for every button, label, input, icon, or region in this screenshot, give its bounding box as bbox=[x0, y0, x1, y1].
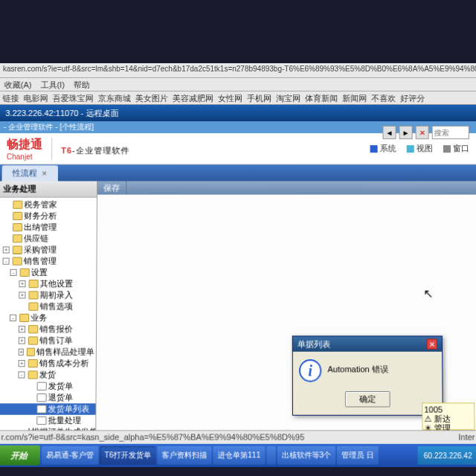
menu-help[interactable]: 帮助 bbox=[74, 80, 90, 89]
taskbar-task[interactable]: 出核软件等3个 bbox=[277, 446, 335, 465]
nav-back-icon[interactable]: ◄ bbox=[382, 126, 396, 139]
notification-popup[interactable]: 1005 ⚠ 新达 ☀ 管理 bbox=[422, 402, 475, 430]
bookmark-item[interactable]: 女性网 bbox=[218, 93, 242, 103]
header-system[interactable]: 系统 bbox=[370, 143, 396, 154]
folder-icon bbox=[28, 336, 38, 344]
taskbar-task[interactable]: 进仓单第111 bbox=[213, 446, 265, 465]
bookmark-item[interactable]: 手机网 bbox=[247, 93, 271, 103]
dialog-message: Automation 错误 bbox=[327, 359, 388, 375]
tree-label: 供应链 bbox=[24, 233, 48, 244]
folder-icon bbox=[36, 405, 46, 413]
bookmark-item[interactable]: 好评分 bbox=[400, 93, 425, 103]
tree-item[interactable]: 退货单 bbox=[0, 392, 96, 403]
folder-icon bbox=[36, 393, 46, 402]
tab-flow[interactable]: 性流程✕ bbox=[2, 165, 58, 181]
tree-label: 批量处理 bbox=[48, 415, 81, 426]
tree-item[interactable]: -设置 bbox=[0, 267, 96, 278]
taskbar-task[interactable]: T6打开发货单 bbox=[100, 446, 155, 465]
expand-icon[interactable]: + bbox=[19, 280, 25, 287]
taskbar: 开始 易易通-客户管T6打开发货单客户资料扫描进仓单第111出核软件等3个管理员… bbox=[0, 444, 476, 467]
sidebar: 业务处理 税务管家财务分析出纳管理供应链+采购管理-销售管理-设置+其他设置+期… bbox=[0, 181, 97, 446]
folder-icon bbox=[13, 257, 22, 266]
tree-item[interactable]: 批量处理 bbox=[0, 415, 95, 426]
folder-icon bbox=[37, 382, 47, 390]
bookmark-item[interactable]: 不喜欢 bbox=[371, 93, 396, 103]
tree-item[interactable]: 发货单 bbox=[0, 381, 96, 392]
tree-label: 销售订单 bbox=[39, 335, 73, 346]
status-right: Inter bbox=[458, 432, 475, 442]
dialog-title: 单据列表 bbox=[298, 338, 331, 350]
nav-fwd-icon[interactable]: ► bbox=[399, 126, 413, 139]
folder-icon bbox=[13, 212, 22, 220]
expand-icon[interactable]: + bbox=[19, 326, 25, 332]
search-input[interactable] bbox=[432, 126, 469, 139]
bookmark-item[interactable]: 体育新闻 bbox=[305, 93, 338, 103]
tree-item[interactable]: 供应链 bbox=[0, 233, 97, 244]
expand-icon[interactable]: + bbox=[19, 360, 25, 367]
tree-label: 发货 bbox=[39, 369, 56, 380]
header-view[interactable]: 视图 bbox=[407, 143, 433, 154]
taskbar-task[interactable]: 客户资料扫描 bbox=[157, 446, 211, 465]
start-button[interactable]: 开始 bbox=[0, 446, 40, 466]
nav-tree: 税务管家财务分析出纳管理供应链+采购管理-销售管理-设置+其他设置+期初录入销售… bbox=[0, 198, 97, 446]
bookmark-item[interactable]: 京东商城 bbox=[98, 93, 131, 103]
bookmark-item[interactable]: 美女图片 bbox=[135, 93, 168, 103]
expand-icon[interactable]: + bbox=[19, 349, 25, 356]
tree-label: 退货单 bbox=[48, 392, 74, 403]
bookmark-item[interactable]: 美容减肥网 bbox=[173, 93, 213, 103]
brand-en: Chanjet bbox=[7, 152, 42, 161]
taskbar-task[interactable]: 易易通-客户管 bbox=[42, 446, 99, 465]
bookmark-item[interactable]: 新闻网 bbox=[342, 93, 367, 103]
expand-icon[interactable]: - bbox=[10, 315, 16, 321]
expand-icon[interactable]: + bbox=[3, 246, 10, 253]
tree-item[interactable]: +销售成本分析 bbox=[0, 358, 96, 369]
menu-tools[interactable]: 工具(I) bbox=[40, 80, 65, 89]
expand-icon[interactable]: - bbox=[10, 269, 16, 276]
main-tab-save[interactable]: 保存 bbox=[97, 181, 126, 195]
expand-icon[interactable]: - bbox=[3, 258, 10, 265]
tree-label: 销售选项 bbox=[39, 301, 73, 312]
main-content: 保存 ↖ 单据列表 ✕ i Automation 错误 确定 bbox=[96, 181, 476, 446]
expand-icon[interactable]: + bbox=[19, 292, 25, 298]
bookmark-item[interactable]: 电影网 bbox=[24, 93, 48, 103]
tree-item[interactable]: -业务 bbox=[0, 312, 96, 324]
tree-item[interactable]: +销售样品处理单 bbox=[0, 347, 96, 358]
bookmarks-bar: 链接 电影网 吾爱珠宝网 京东商城 美女图片 美容减肥网 女性网 手机网 淘宝网… bbox=[0, 91, 476, 105]
tree-item[interactable]: +销售报价 bbox=[0, 324, 96, 335]
info-icon: i bbox=[299, 359, 321, 382]
tree-item[interactable]: 税务管家 bbox=[0, 199, 97, 210]
tree-label: 销售成本分析 bbox=[39, 358, 89, 369]
bookmark-item[interactable]: 淘宝网 bbox=[276, 93, 300, 103]
cursor-icon: ↖ bbox=[423, 286, 433, 300]
dialog-close-icon[interactable]: ✕ bbox=[427, 338, 437, 349]
tree-item[interactable]: -销售管理 bbox=[0, 256, 97, 267]
tree-item[interactable]: 出纳管理 bbox=[0, 222, 97, 233]
tree-item[interactable]: +期初录入 bbox=[0, 289, 96, 300]
remote-desktop-title: 3.223.226.42:11070 - 远程桌面 bbox=[0, 105, 476, 121]
ok-button[interactable]: 确定 bbox=[345, 391, 390, 408]
tree-item[interactable]: +采购管理 bbox=[0, 244, 97, 255]
close-icon[interactable]: ✕ bbox=[416, 126, 429, 139]
status-left: r.com/s?ie=utf-8&src=kasn_side_alpha=%E5… bbox=[1, 432, 304, 442]
menu-fav[interactable]: 收藏(A) bbox=[4, 80, 32, 89]
bookmark-item[interactable]: 链接 bbox=[3, 93, 19, 103]
expand-icon[interactable]: + bbox=[19, 337, 25, 344]
tree-label: 税务管家 bbox=[24, 199, 57, 210]
sidebar-header: 业务处理 bbox=[0, 181, 97, 198]
header-window[interactable]: 窗口 bbox=[443, 143, 469, 154]
taskbar-task[interactable]: 管理员 日 bbox=[337, 446, 379, 465]
tree-item[interactable]: -发货 bbox=[0, 369, 96, 380]
tree-item[interactable]: 销售选项 bbox=[0, 301, 96, 312]
system-tray[interactable]: 60.223.226.42 bbox=[418, 446, 476, 465]
tree-label: 财务分析 bbox=[24, 210, 57, 222]
folder-icon bbox=[13, 201, 22, 209]
taskbar-task[interactable] bbox=[266, 446, 275, 465]
tree-item[interactable]: 财务分析 bbox=[0, 210, 97, 222]
tree-item[interactable]: 发货单列表 bbox=[0, 403, 95, 414]
tab-close-icon[interactable]: ✕ bbox=[42, 170, 48, 177]
tree-item[interactable]: +其他设置 bbox=[0, 278, 96, 289]
tree-label: 设置 bbox=[31, 267, 48, 278]
tree-item[interactable]: +销售订单 bbox=[0, 335, 96, 346]
bookmark-item[interactable]: 吾爱珠宝网 bbox=[53, 93, 94, 103]
expand-icon[interactable]: - bbox=[18, 371, 25, 378]
